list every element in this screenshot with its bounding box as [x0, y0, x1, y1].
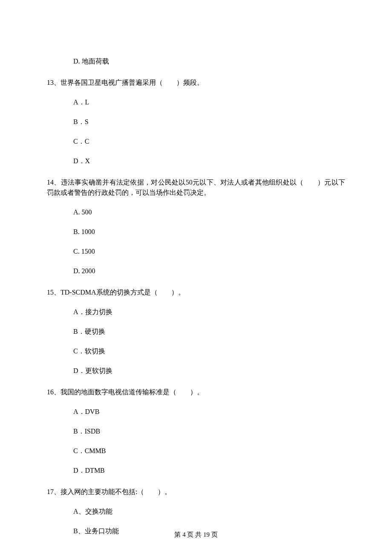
question-text: 14、违法事实确凿并有法定依据，对公民处以50元以下、对法人或者其他组织处以（ …: [47, 177, 345, 198]
question-text: 17、接入网的主要功能不包括:（ ）。: [47, 487, 345, 497]
answer-option: B．硬切换: [47, 327, 345, 337]
question-text: 16、我国的地面数字电视信道传输标准是（ ）。: [47, 387, 345, 397]
answer-option: D．DTMB: [47, 465, 345, 476]
answer-option: C．C: [47, 136, 345, 147]
answer-option: C．软切换: [47, 346, 345, 356]
answer-option: A、交换功能: [47, 506, 345, 517]
answer-option: B. 1000: [47, 227, 345, 237]
answer-option: C．CMMB: [47, 446, 345, 456]
question-text: 13、世界各国卫星电视广播普遍采用（ ）频段。: [47, 78, 345, 88]
answer-option: A．L: [47, 97, 345, 107]
answer-option: A. 500: [47, 207, 345, 217]
question-text: 15、TD-SCDMA系统的切换方式是（ ）。: [47, 287, 345, 298]
answer-option: D. 2000: [47, 266, 345, 276]
answer-option: D．更软切换: [47, 366, 345, 376]
answer-option: D．X: [47, 156, 345, 166]
answer-option: C. 1500: [47, 246, 345, 257]
answer-option: B．S: [47, 117, 345, 127]
answer-option: A．DVB: [47, 407, 345, 417]
answer-option: A．接力切换: [47, 307, 345, 317]
page-body: D. 地面荷载13、世界各国卫星电视广播普遍采用（ ）频段。A．LB．SC．CD…: [0, 0, 392, 536]
answer-option: B．ISDB: [47, 426, 345, 436]
answer-option: D. 地面荷载: [47, 56, 345, 66]
page-footer: 第 4 页 共 19 页: [0, 531, 392, 539]
